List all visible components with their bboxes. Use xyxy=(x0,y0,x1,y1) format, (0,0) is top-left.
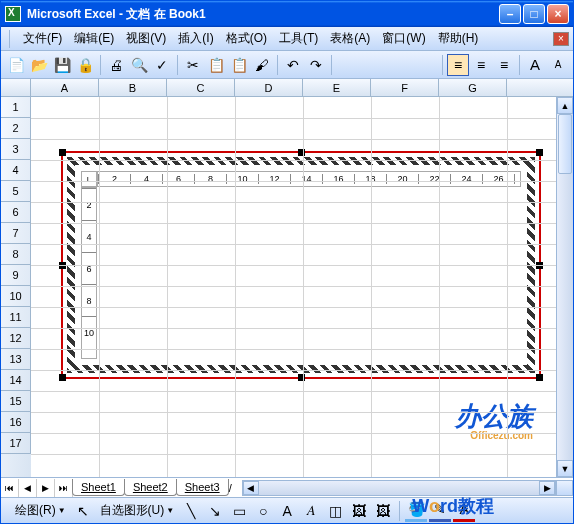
oval-button[interactable]: ○ xyxy=(252,500,274,522)
ruler-tick: 10 xyxy=(82,316,96,348)
ruler-tick: 4 xyxy=(130,174,162,184)
scroll-right-icon[interactable]: ▶ xyxy=(539,481,555,495)
ruler-tick: 14 xyxy=(290,174,322,184)
format-painter-button[interactable]: 🖌 xyxy=(251,54,273,76)
col-header[interactable]: G xyxy=(439,79,507,96)
ruler-tick: 2 xyxy=(82,188,96,220)
menu-edit[interactable]: 编辑(E) xyxy=(68,28,120,49)
preview-button[interactable]: 🔍 xyxy=(128,54,150,76)
select-all-corner[interactable] xyxy=(1,79,31,96)
fontsize-down-button[interactable]: A xyxy=(547,54,569,76)
row-header[interactable]: 15 xyxy=(1,391,31,412)
row-header[interactable]: 10 xyxy=(1,286,31,307)
open-button[interactable]: 📂 xyxy=(28,54,50,76)
row-header[interactable]: 6 xyxy=(1,202,31,223)
tab-nav-first[interactable]: ⏮ xyxy=(1,479,19,497)
row-header[interactable]: 5 xyxy=(1,181,31,202)
vertical-ruler[interactable]: 246810 xyxy=(81,187,97,359)
tab-nav-prev[interactable]: ◀ xyxy=(19,479,37,497)
ruler-tick: 4 xyxy=(82,220,96,252)
clipart-button[interactable]: 🖼 xyxy=(348,500,370,522)
scroll-down-icon[interactable]: ▼ xyxy=(557,460,573,477)
row-header[interactable]: 14 xyxy=(1,370,31,391)
cut-button[interactable]: ✂ xyxy=(182,54,204,76)
copy-button[interactable]: 📋 xyxy=(205,54,227,76)
save-button[interactable]: 💾 xyxy=(51,54,73,76)
row-header[interactable]: 2 xyxy=(1,118,31,139)
vertical-scrollbar[interactable]: ▲ ▼ xyxy=(556,97,573,477)
close-button[interactable]: × xyxy=(547,4,569,24)
col-header[interactable]: A xyxy=(31,79,99,96)
rectangle-button[interactable]: ▭ xyxy=(228,500,250,522)
fontsize-up-button[interactable]: A xyxy=(524,54,546,76)
minimize-button[interactable]: – xyxy=(499,4,521,24)
horizontal-scrollbar[interactable]: ◀ ▶ xyxy=(242,480,556,496)
new-button[interactable]: 📄 xyxy=(5,54,27,76)
app-window: Microsoft Excel - 文档 在 Book1 – □ × 文件(F)… xyxy=(0,0,574,524)
col-header[interactable]: B xyxy=(99,79,167,96)
row-header[interactable]: 3 xyxy=(1,139,31,160)
row-header[interactable]: 16 xyxy=(1,412,31,433)
line-button[interactable]: ╲ xyxy=(180,500,202,522)
horizontal-ruler[interactable]: 24681012141618202224262830 xyxy=(97,171,521,187)
tab-nav-last[interactable]: ⏭ xyxy=(55,479,73,497)
ruler-tick: 26 xyxy=(482,174,514,184)
menu-format[interactable]: 格式(O) xyxy=(220,28,273,49)
align-left-button[interactable]: ≡ xyxy=(447,54,469,76)
titlebar[interactable]: Microsoft Excel - 文档 在 Book1 – □ × xyxy=(1,1,573,27)
select-pointer-button[interactable]: ↖ xyxy=(72,500,94,522)
paste-button[interactable]: 📋 xyxy=(228,54,250,76)
row-header[interactable]: 7 xyxy=(1,223,31,244)
document-editing-area[interactable] xyxy=(99,189,521,359)
row-header[interactable]: 8 xyxy=(1,244,31,265)
menu-insert[interactable]: 插入(I) xyxy=(172,28,219,49)
watermark-brand: 办公族 Officezu.com xyxy=(455,399,533,441)
undo-button[interactable]: ↶ xyxy=(282,54,304,76)
doc-close-button[interactable]: × xyxy=(553,32,569,46)
permission-button[interactable]: 🔒 xyxy=(74,54,96,76)
wordart-button[interactable]: 𝐴 xyxy=(300,500,322,522)
draw-menu[interactable]: 绘图(R)▼ xyxy=(11,502,70,519)
menu-view[interactable]: 视图(V) xyxy=(120,28,172,49)
scroll-up-icon[interactable]: ▲ xyxy=(557,97,573,114)
menu-tools[interactable]: 工具(T) xyxy=(273,28,324,49)
textbox-button[interactable]: A xyxy=(276,500,298,522)
col-header[interactable]: F xyxy=(371,79,439,96)
diagram-button[interactable]: ◫ xyxy=(324,500,346,522)
scroll-thumb[interactable] xyxy=(558,114,572,174)
cell-grid[interactable]: L 24681012141618202224262830 246810 办公族 … xyxy=(31,97,573,477)
sheet-tab-3[interactable]: Sheet3 xyxy=(176,479,229,496)
col-header[interactable]: D xyxy=(235,79,303,96)
row-header[interactable]: 17 xyxy=(1,433,31,454)
menu-help[interactable]: 帮助(H) xyxy=(432,28,485,49)
resize-handle[interactable] xyxy=(536,374,543,381)
spell-button[interactable]: ✓ xyxy=(151,54,173,76)
redo-button[interactable]: ↷ xyxy=(305,54,327,76)
align-right-button[interactable]: ≡ xyxy=(493,54,515,76)
col-header[interactable]: C xyxy=(167,79,235,96)
align-center-button[interactable]: ≡ xyxy=(470,54,492,76)
menu-table[interactable]: 表格(A) xyxy=(324,28,376,49)
row-header[interactable]: 9 xyxy=(1,265,31,286)
scroll-left-icon[interactable]: ◀ xyxy=(243,481,259,495)
row-header[interactable]: 11 xyxy=(1,307,31,328)
sheet-tab-2[interactable]: Sheet2 xyxy=(124,479,177,496)
sheet-tab-1[interactable]: Sheet1 xyxy=(72,479,125,496)
arrow-button[interactable]: ↘ xyxy=(204,500,226,522)
row-header[interactable]: 12 xyxy=(1,328,31,349)
maximize-button[interactable]: □ xyxy=(523,4,545,24)
autoshapes-menu[interactable]: 自选图形(U)▼ xyxy=(96,502,179,519)
resize-handle[interactable] xyxy=(59,149,66,156)
resize-handle[interactable] xyxy=(536,149,543,156)
menu-window[interactable]: 窗口(W) xyxy=(376,28,431,49)
resize-handle[interactable] xyxy=(59,374,66,381)
row-header[interactable]: 13 xyxy=(1,349,31,370)
menu-file[interactable]: 文件(F) xyxy=(17,28,68,49)
ruler-tick: 10 xyxy=(226,174,258,184)
picture-button[interactable]: 🖼 xyxy=(372,500,394,522)
row-header[interactable]: 4 xyxy=(1,160,31,181)
col-header[interactable]: E xyxy=(303,79,371,96)
tab-nav-next[interactable]: ▶ xyxy=(37,479,55,497)
print-button[interactable]: 🖨 xyxy=(105,54,127,76)
row-header[interactable]: 1 xyxy=(1,97,31,118)
